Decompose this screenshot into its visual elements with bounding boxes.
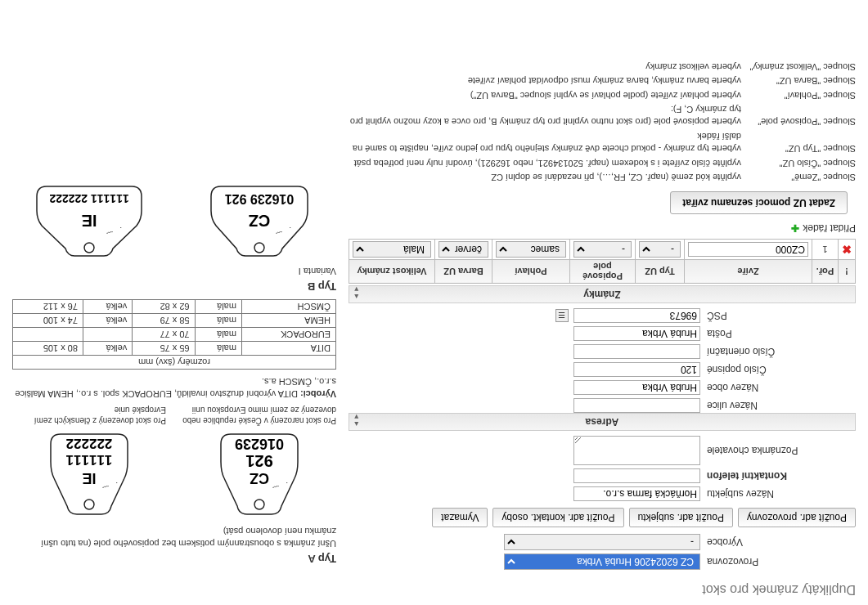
label-psc: PSČ xyxy=(700,310,856,321)
col-por: Poř. xyxy=(812,260,839,284)
col-del: ! xyxy=(839,260,856,284)
select-pole[interactable]: - xyxy=(573,241,632,258)
svg-text:.: . xyxy=(119,226,122,234)
btn-adr-provozovny[interactable]: Použít adr. provozovny xyxy=(738,508,856,527)
col-barva: Barva UZ xyxy=(435,260,492,284)
section-znamky: Známky ▴▾ xyxy=(349,285,856,303)
ear-tag-a2: . 〰 IE 111111 222222 xyxy=(36,429,142,519)
select-provozovna[interactable]: CZ 62024206 Hrubá Vrbka xyxy=(504,553,700,570)
svg-text:016239: 016239 xyxy=(235,436,284,452)
svg-point-6 xyxy=(84,500,94,509)
svg-text:.: . xyxy=(115,481,118,489)
label-posta: Pošta xyxy=(700,328,856,339)
label-provozovna: Provozovna xyxy=(700,556,856,567)
input-cislo-popisne[interactable] xyxy=(573,362,700,377)
input-kontaktni-telefon[interactable] xyxy=(573,468,700,483)
ear-tag-b1: . 〰 CZ 016239 921 xyxy=(198,182,321,260)
heading-typ-b: Typ B xyxy=(12,280,336,293)
sizes-table: rozměry (šxv) mm DITAmalá65 x 75velká80 … xyxy=(12,299,336,370)
select-pohlavi[interactable]: samec xyxy=(496,241,566,258)
svg-point-0 xyxy=(254,500,264,509)
text-vyrobci: Výrobci: DITA výrobní družstvo invalidů,… xyxy=(12,374,336,400)
delete-row-icon[interactable]: ✖ xyxy=(842,243,852,256)
svg-text:222222: 222222 xyxy=(66,436,113,451)
input-psc[interactable] xyxy=(573,308,700,323)
input-nazev-subjektu[interactable] xyxy=(573,486,700,501)
table-row: ✖ 1 - - samec červená Malá xyxy=(349,240,856,260)
input-posta[interactable] xyxy=(573,326,700,341)
select-velikost[interactable]: Malá xyxy=(353,241,431,258)
input-nazev-obce[interactable] xyxy=(573,380,700,395)
select-barva[interactable]: červená xyxy=(438,241,488,258)
help-text: Sloupec "Země"vyplňte kód země (např. CZ… xyxy=(349,60,856,183)
col-pole: Popisové pole xyxy=(570,260,636,284)
svg-text:IE: IE xyxy=(82,470,96,486)
label-kontaktni-telefon: Kontaktní telefon xyxy=(700,470,856,482)
input-nazev-ulice[interactable] xyxy=(573,398,700,413)
cell-por: 1 xyxy=(812,240,839,260)
label-poznamka: Poznámka chovatele xyxy=(700,445,856,456)
text-varianta: Varianta I xyxy=(12,265,336,277)
ear-tag-b2: . 〰 IE 111111 222222 xyxy=(24,182,155,260)
svg-text:921: 921 xyxy=(245,452,272,470)
select-vyrobce[interactable]: - xyxy=(504,534,700,550)
select-typ[interactable]: - xyxy=(639,241,681,258)
col-pohlavi: Pohlaví xyxy=(492,260,570,284)
textarea-poznamka[interactable] xyxy=(573,436,700,465)
label-cislo-popisne: Číslo popisné xyxy=(700,364,856,375)
svg-text:CZ: CZ xyxy=(249,212,271,230)
caption-a1: Pro skot narozený v České republice nebo… xyxy=(182,405,336,426)
collapse-icon[interactable]: ▴▾ xyxy=(354,285,358,300)
btn-vymazat[interactable]: Vymazat xyxy=(432,508,488,527)
svg-text:.: . xyxy=(286,481,288,489)
collapse-icon[interactable]: ▴▾ xyxy=(354,413,358,428)
col-typ: Typ UZ xyxy=(636,260,685,284)
svg-text:111111: 111111 xyxy=(66,452,113,468)
heading-typ-a: Typ A xyxy=(12,553,336,565)
ear-tag-a1: . 〰 CZ 921 016239 xyxy=(206,429,313,519)
input-zvire[interactable] xyxy=(688,242,808,257)
text-typ-a: Ušní známka s oboustranným potiskem bez … xyxy=(12,524,336,549)
plus-icon: ✚ xyxy=(791,222,799,234)
btn-adr-subjektu[interactable]: Použít adr. subjektu xyxy=(629,508,733,527)
label-nazev-obce: Název obce xyxy=(700,382,856,393)
svg-text:.: . xyxy=(289,226,291,234)
col-zvire: Zvíře xyxy=(685,260,812,284)
caption-a2: Pro skot dovezený z členských zemí Evrop… xyxy=(12,405,166,426)
btn-adr-kontakt[interactable]: Použít adr. kontakt. osoby xyxy=(492,508,623,527)
label-nazev-ulice: Název ulice xyxy=(700,400,856,411)
page-title: Duplikáty známek pro skot xyxy=(12,582,856,597)
section-adresa: Adresa ▴▾ xyxy=(349,413,856,431)
znamky-table: ! Poř. Zvíře Typ UZ Popisové pole Pohlav… xyxy=(349,239,856,284)
label-vyrobce: Výrobce xyxy=(700,536,856,548)
lookup-icon[interactable]: ☰ xyxy=(555,309,569,322)
add-row-link[interactable]: Přidat řádek✚ xyxy=(349,222,856,234)
svg-point-17 xyxy=(84,243,94,253)
label-cislo-orientacni: Číslo orientační xyxy=(700,346,856,357)
label-nazev-subjektu: Název subjektu xyxy=(700,488,856,500)
svg-text:IE: IE xyxy=(82,212,97,230)
svg-text:CZ: CZ xyxy=(250,470,269,486)
col-velikost: Velikost známky xyxy=(349,260,435,284)
svg-text:111111 222222: 111111 222222 xyxy=(49,192,129,205)
svg-text:016239 921: 016239 921 xyxy=(225,192,295,206)
svg-point-12 xyxy=(254,243,264,253)
input-cislo-orientacni[interactable] xyxy=(573,344,700,359)
btn-zadat-seznam[interactable]: Zadat UZ pomocí seznamu zvířat xyxy=(670,191,848,214)
